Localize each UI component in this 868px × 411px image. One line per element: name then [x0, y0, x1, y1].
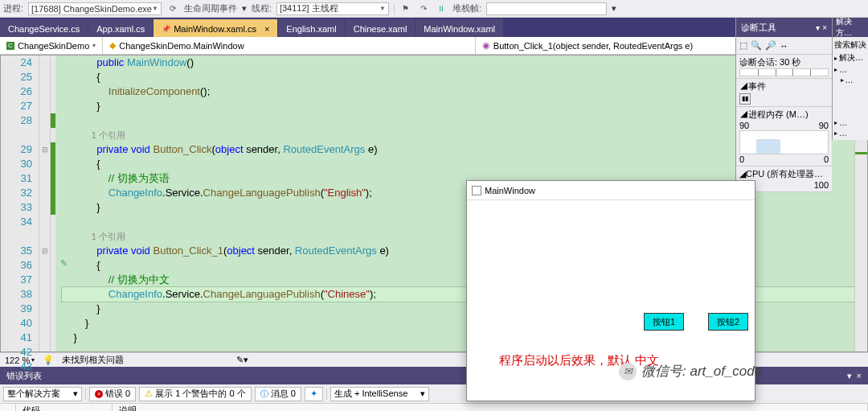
separator	[394, 3, 395, 14]
separator	[326, 388, 327, 400]
chevron-down-icon: ▼	[152, 5, 158, 12]
method-icon: ◉	[482, 40, 490, 51]
events-section[interactable]: ◢事件 ▮▮	[736, 79, 832, 107]
error-icon: ×	[95, 390, 103, 398]
zoom-in-icon[interactable]: 🔍	[751, 40, 762, 51]
memory-label: ◢进程内存 (M…)	[739, 109, 829, 121]
diagnostics-title: 诊断工具 ▾×	[736, 18, 832, 37]
warnings-filter[interactable]: ⚠展示 1 个警告中的 0 个	[139, 387, 251, 401]
diag-toolbar: ⬚ 🔍 🔎 ↔	[736, 37, 832, 55]
pin-icon[interactable]: 📌	[162, 25, 170, 33]
process-label: 进程:	[3, 2, 23, 14]
button-2[interactable]: 按钮2	[708, 313, 748, 331]
build-combo[interactable]: 生成 + IntelliSense▾	[330, 387, 429, 401]
col-desc[interactable]: 说明	[113, 404, 868, 411]
diagnostics-panel: 诊断工具 ▾× ⬚ 🔍 🔎 ↔ 诊断会话: 30 秒 ◢事件 ▮▮ ◢进程内存 …	[735, 18, 832, 192]
process-combo[interactable]: [17688] ChangeSkinDemo.exe▼	[28, 2, 162, 15]
scroll-mark	[855, 152, 867, 154]
col-code[interactable]: 代码	[16, 404, 113, 411]
wechat-icon: ✉	[619, 363, 637, 380]
memory-chart	[739, 130, 829, 154]
memory-section[interactable]: ◢进程内存 (M…) 9090 00	[736, 107, 832, 166]
build-filter[interactable]: ✦	[305, 387, 323, 401]
zoom-out-icon[interactable]: 🔎	[765, 40, 776, 51]
paintbrush-icon: ✎	[60, 258, 68, 269]
csharp-icon: C	[6, 42, 14, 50]
ruler-icon[interactable]: ↔	[780, 41, 788, 51]
class-icon: ◆	[109, 40, 116, 51]
tree-node[interactable]: ▸…	[834, 128, 866, 138]
intellisense-icon: ✦	[310, 388, 317, 399]
tab-mainwindow-xaml[interactable]: MainWindow.xaml	[416, 19, 503, 37]
stack-label: 堆栈帧:	[452, 2, 481, 14]
pause-icon[interactable]: ⏸	[435, 2, 448, 15]
timeline[interactable]	[739, 68, 829, 76]
stackframe-combo[interactable]	[486, 2, 607, 15]
cpu-label: ◢CPU (所有处理器…	[739, 168, 829, 180]
error-list-header: 代码 说明	[0, 404, 868, 411]
crumb-class[interactable]: ◆ ChangeSkinDemo.MainWindow	[103, 37, 476, 54]
chevron-right-icon: ▸	[834, 55, 837, 62]
app-icon	[472, 186, 481, 195]
errors-filter[interactable]: ×错误 0	[89, 387, 136, 401]
solution-title: 解决方…	[833, 18, 868, 37]
solution-explorer: 解决方… 搜索解决 ▸解决… ▸… ▸… ▸… ▸…	[832, 18, 868, 140]
line-gutter: 2425262728293031323334353637383940414243	[1, 55, 39, 351]
tab-chinese-xaml[interactable]: Chinese.xaml	[346, 19, 416, 37]
app-title: MainWindow	[485, 186, 535, 195]
close-icon[interactable]: ×	[822, 23, 827, 32]
session-section: 诊断会话: 30 秒	[736, 55, 832, 79]
lifecycle-icon[interactable]: ⟳	[166, 2, 179, 15]
events-label: ◢事件	[739, 80, 829, 92]
dropdown-icon[interactable]: ▾	[847, 371, 852, 381]
tab-mainwindow-xaml-cs[interactable]: 📌MainWindow.xaml.cs	[154, 19, 277, 37]
tab-app-xaml-cs[interactable]: App.xaml.cs	[88, 19, 153, 37]
debug-toolbar: 进程: [17688] ChangeSkinDemo.exe▼ ⟳ 生命周期事件…	[0, 0, 868, 18]
pause-icon: ▮▮	[739, 93, 751, 105]
chevron-down-icon: ▾	[612, 3, 616, 14]
watermark: ✉ 微信号: art_of_code	[619, 362, 762, 380]
solution-node[interactable]: ▸解决…	[834, 51, 866, 64]
chevron-down-icon: ▾	[92, 42, 96, 49]
tree-node[interactable]: ▸…	[834, 64, 866, 75]
session-label: 诊断会话: 30 秒	[739, 56, 829, 68]
info-icon: ⓘ	[260, 388, 268, 400]
chevron-down-icon: ▾	[242, 3, 247, 14]
thread-combo[interactable]: [34112] 主线程▼	[276, 2, 389, 15]
col-icon[interactable]	[0, 404, 16, 411]
lifecycle-label: 生命周期事件	[184, 2, 237, 14]
separator	[85, 388, 86, 400]
tab-changeservice-cs[interactable]: ChangeService.cs	[0, 19, 88, 37]
tree-node[interactable]: ▸…	[834, 117, 866, 128]
messages-filter[interactable]: ⓘ消息 0	[255, 387, 301, 401]
close-icon[interactable]: ×	[857, 371, 862, 381]
chevron-down-icon: ▼	[379, 5, 386, 12]
flag-icon[interactable]: ⚑	[399, 2, 412, 15]
fold-column[interactable]: ⊟⊟	[39, 55, 51, 351]
warning-icon: ⚠	[145, 388, 153, 399]
issues-text: 未找到相关问题	[62, 354, 124, 366]
tray-icon[interactable]: ✎▾	[236, 355, 248, 365]
app-titlebar[interactable]: MainWindow	[467, 181, 755, 200]
button-1[interactable]: 按钮1	[644, 313, 684, 331]
tab-english-xaml[interactable]: English.xaml	[278, 19, 344, 37]
search-solution[interactable]: 搜索解决	[834, 39, 866, 51]
crumb-file[interactable]: C ChangeSkinDemo ▾	[0, 37, 103, 54]
scope-combo[interactable]: 整个解决方案▾	[3, 387, 82, 401]
dropdown-icon[interactable]: ▾	[816, 23, 820, 32]
tree-node[interactable]: ▸…	[834, 75, 866, 85]
step-icon[interactable]: ↷	[417, 2, 430, 15]
select-tool-icon[interactable]: ⬚	[739, 40, 747, 51]
thread-label: 线程:	[252, 2, 272, 14]
